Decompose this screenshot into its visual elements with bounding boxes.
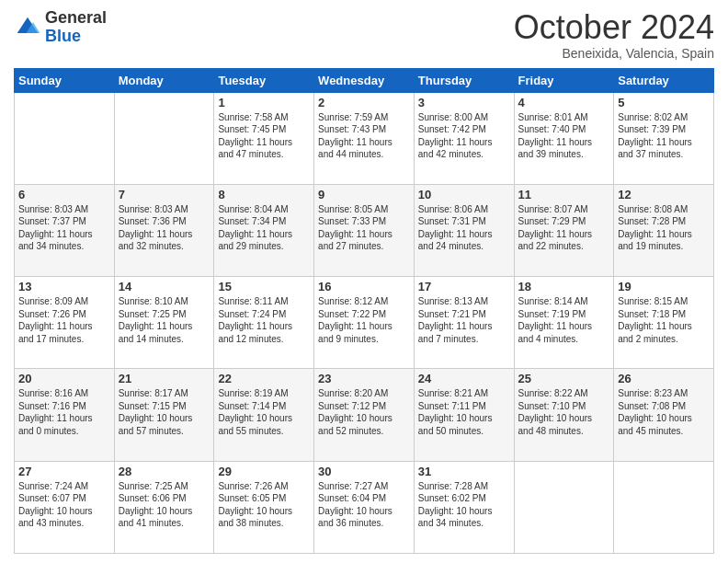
calendar-cell: 12Sunrise: 8:08 AM Sunset: 7:28 PM Dayli… — [614, 184, 714, 276]
cell-content: Sunrise: 8:04 AM Sunset: 7:34 PM Dayligh… — [218, 203, 310, 253]
calendar-cell: 22Sunrise: 8:19 AM Sunset: 7:14 PM Dayli… — [214, 369, 314, 461]
day-number: 23 — [318, 372, 410, 385]
cell-content: Sunrise: 8:16 AM Sunset: 7:16 PM Dayligh… — [18, 387, 110, 437]
calendar-cell: 2Sunrise: 7:59 AM Sunset: 7:43 PM Daylig… — [314, 92, 415, 184]
cell-content: Sunrise: 8:12 AM Sunset: 7:22 PM Dayligh… — [318, 295, 410, 345]
calendar-cell: 10Sunrise: 8:06 AM Sunset: 7:31 PM Dayli… — [414, 184, 514, 276]
header: General Blue October 2024 Beneixida, Val… — [14, 9, 714, 61]
calendar-cell: 25Sunrise: 8:22 AM Sunset: 7:10 PM Dayli… — [514, 369, 614, 461]
calendar-cell: 1Sunrise: 7:58 AM Sunset: 7:45 PM Daylig… — [214, 92, 314, 184]
day-number: 9 — [318, 188, 410, 201]
cell-content: Sunrise: 8:02 AM Sunset: 7:39 PM Dayligh… — [618, 111, 710, 161]
day-number: 10 — [418, 188, 510, 201]
day-number: 2 — [318, 96, 410, 109]
day-number: 19 — [618, 280, 710, 293]
calendar-week-5: 27Sunrise: 7:24 AM Sunset: 6:07 PM Dayli… — [15, 461, 714, 553]
day-number: 20 — [18, 372, 110, 385]
cell-content: Sunrise: 8:14 AM Sunset: 7:19 PM Dayligh… — [518, 295, 610, 345]
logo-text: General Blue — [45, 9, 107, 46]
cell-content: Sunrise: 7:25 AM Sunset: 6:06 PM Dayligh… — [119, 480, 210, 530]
logo-line2: Blue — [45, 28, 107, 46]
day-number: 15 — [218, 280, 310, 293]
logo-icon — [14, 14, 41, 41]
calendar-cell: 30Sunrise: 7:27 AM Sunset: 6:04 PM Dayli… — [314, 461, 415, 553]
day-header-saturday: Saturday — [614, 68, 714, 92]
location: Beneixida, Valencia, Spain — [514, 46, 714, 61]
day-number: 7 — [119, 188, 210, 201]
cell-content: Sunrise: 8:09 AM Sunset: 7:26 PM Dayligh… — [18, 295, 110, 345]
cell-content: Sunrise: 8:03 AM Sunset: 7:36 PM Dayligh… — [119, 203, 210, 253]
day-number: 31 — [418, 465, 510, 478]
calendar-cell: 8Sunrise: 8:04 AM Sunset: 7:34 PM Daylig… — [214, 184, 314, 276]
calendar-cell: 27Sunrise: 7:24 AM Sunset: 6:07 PM Dayli… — [15, 461, 115, 553]
cell-content: Sunrise: 8:23 AM Sunset: 7:08 PM Dayligh… — [618, 387, 710, 437]
day-number: 5 — [618, 96, 710, 109]
cell-content: Sunrise: 8:11 AM Sunset: 7:24 PM Dayligh… — [218, 295, 310, 345]
logo-line1: General — [45, 9, 107, 28]
calendar-cell: 21Sunrise: 8:17 AM Sunset: 7:15 PM Dayli… — [114, 369, 214, 461]
cell-content: Sunrise: 7:58 AM Sunset: 7:45 PM Dayligh… — [218, 111, 310, 161]
day-number: 3 — [418, 96, 510, 109]
day-number: 17 — [418, 280, 510, 293]
day-number: 22 — [218, 372, 310, 385]
calendar-cell: 24Sunrise: 8:21 AM Sunset: 7:11 PM Dayli… — [414, 369, 514, 461]
cell-content: Sunrise: 7:59 AM Sunset: 7:43 PM Dayligh… — [318, 111, 410, 161]
calendar-week-2: 6Sunrise: 8:03 AM Sunset: 7:37 PM Daylig… — [15, 184, 714, 276]
day-number: 12 — [618, 188, 710, 201]
calendar-cell: 23Sunrise: 8:20 AM Sunset: 7:12 PM Dayli… — [314, 369, 415, 461]
day-number: 25 — [518, 372, 610, 385]
cell-content: Sunrise: 8:10 AM Sunset: 7:25 PM Dayligh… — [119, 295, 210, 345]
calendar-cell — [15, 92, 115, 184]
calendar-cell: 26Sunrise: 8:23 AM Sunset: 7:08 PM Dayli… — [614, 369, 714, 461]
calendar-cell: 29Sunrise: 7:26 AM Sunset: 6:05 PM Dayli… — [214, 461, 314, 553]
day-number: 8 — [218, 188, 310, 201]
calendar-cell: 13Sunrise: 8:09 AM Sunset: 7:26 PM Dayli… — [15, 277, 115, 369]
calendar-cell: 7Sunrise: 8:03 AM Sunset: 7:36 PM Daylig… — [114, 184, 214, 276]
cell-content: Sunrise: 8:08 AM Sunset: 7:28 PM Dayligh… — [618, 203, 710, 253]
calendar-header-row: SundayMondayTuesdayWednesdayThursdayFrid… — [15, 68, 714, 92]
cell-content: Sunrise: 8:06 AM Sunset: 7:31 PM Dayligh… — [418, 203, 510, 253]
calendar-cell: 11Sunrise: 8:07 AM Sunset: 7:29 PM Dayli… — [514, 184, 614, 276]
day-number: 21 — [119, 372, 210, 385]
day-number: 11 — [518, 188, 610, 201]
day-header-monday: Monday — [114, 68, 214, 92]
cell-content: Sunrise: 8:07 AM Sunset: 7:29 PM Dayligh… — [518, 203, 610, 253]
day-number: 6 — [18, 188, 110, 201]
day-header-friday: Friday — [514, 68, 614, 92]
day-header-tuesday: Tuesday — [214, 68, 314, 92]
calendar-cell: 5Sunrise: 8:02 AM Sunset: 7:39 PM Daylig… — [614, 92, 714, 184]
day-number: 4 — [518, 96, 610, 109]
day-number: 16 — [318, 280, 410, 293]
cell-content: Sunrise: 8:01 AM Sunset: 7:40 PM Dayligh… — [518, 111, 610, 161]
cell-content: Sunrise: 8:13 AM Sunset: 7:21 PM Dayligh… — [418, 295, 510, 345]
calendar-cell: 3Sunrise: 8:00 AM Sunset: 7:42 PM Daylig… — [414, 92, 514, 184]
day-header-thursday: Thursday — [414, 68, 514, 92]
cell-content: Sunrise: 8:03 AM Sunset: 7:37 PM Dayligh… — [18, 203, 110, 253]
calendar-cell: 9Sunrise: 8:05 AM Sunset: 7:33 PM Daylig… — [314, 184, 415, 276]
day-number: 13 — [18, 280, 110, 293]
calendar-week-3: 13Sunrise: 8:09 AM Sunset: 7:26 PM Dayli… — [15, 277, 714, 369]
calendar-cell: 4Sunrise: 8:01 AM Sunset: 7:40 PM Daylig… — [514, 92, 614, 184]
cell-content: Sunrise: 7:26 AM Sunset: 6:05 PM Dayligh… — [218, 480, 310, 530]
day-number: 26 — [618, 372, 710, 385]
day-number: 29 — [218, 465, 310, 478]
calendar-cell: 15Sunrise: 8:11 AM Sunset: 7:24 PM Dayli… — [214, 277, 314, 369]
day-number: 24 — [418, 372, 510, 385]
day-number: 1 — [218, 96, 310, 109]
calendar-cell: 19Sunrise: 8:15 AM Sunset: 7:18 PM Dayli… — [614, 277, 714, 369]
logo: General Blue — [14, 9, 107, 46]
day-number: 28 — [119, 465, 210, 478]
cell-content: Sunrise: 8:21 AM Sunset: 7:11 PM Dayligh… — [418, 387, 510, 437]
cell-content: Sunrise: 8:05 AM Sunset: 7:33 PM Dayligh… — [318, 203, 410, 253]
cell-content: Sunrise: 8:19 AM Sunset: 7:14 PM Dayligh… — [218, 387, 310, 437]
calendar-cell — [114, 92, 214, 184]
calendar-cell: 17Sunrise: 8:13 AM Sunset: 7:21 PM Dayli… — [414, 277, 514, 369]
day-header-wednesday: Wednesday — [314, 68, 415, 92]
day-number: 27 — [18, 465, 110, 478]
day-number: 18 — [518, 280, 610, 293]
calendar-cell — [614, 461, 714, 553]
day-number: 30 — [318, 465, 410, 478]
calendar-cell: 18Sunrise: 8:14 AM Sunset: 7:19 PM Dayli… — [514, 277, 614, 369]
calendar-cell: 16Sunrise: 8:12 AM Sunset: 7:22 PM Dayli… — [314, 277, 415, 369]
cell-content: Sunrise: 8:17 AM Sunset: 7:15 PM Dayligh… — [119, 387, 210, 437]
